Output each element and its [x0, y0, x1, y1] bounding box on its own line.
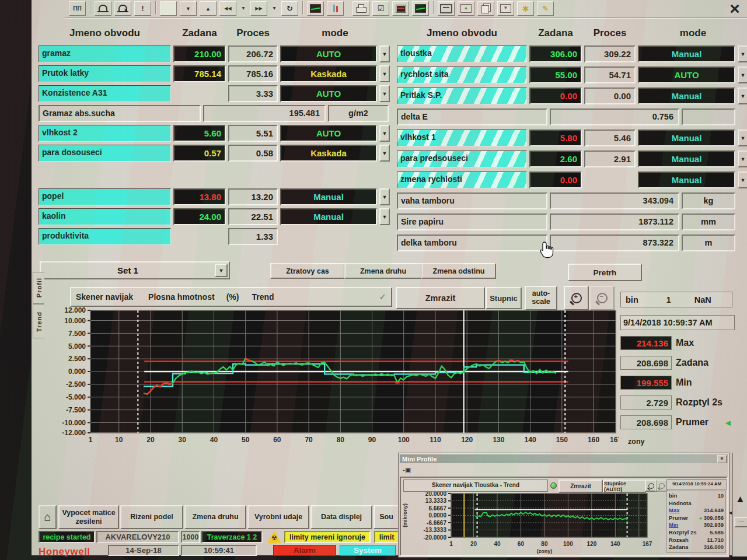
- mode-select[interactable]: AUTO: [638, 66, 735, 83]
- alarm-button[interactable]: Alarm: [273, 545, 336, 556]
- mode-select[interactable]: Manual: [280, 188, 377, 205]
- zmena-druhu-button[interactable]: Zmena druhu: [344, 263, 422, 279]
- setpoint-value[interactable]: 13.80: [173, 188, 226, 205]
- report-list-icon[interactable]: ☑: [372, 1, 389, 16]
- mini-stat-label[interactable]: Max: [669, 507, 679, 514]
- nav-button-vypocet-matice-zesileni[interactable]: Vypocet matice zesileni: [58, 505, 119, 529]
- table-row: rychlost sita55.0054.71AUTO: [397, 66, 747, 83]
- set-selector[interactable]: Set 1: [40, 261, 230, 279]
- mode-select[interactable]: Manual: [280, 208, 377, 225]
- chevron-down-icon[interactable]: [379, 85, 390, 102]
- mini-trend-chart[interactable]: 20.000013.33336.66670.0000-6.6667-13.333…: [401, 492, 665, 555]
- chevron-down-icon[interactable]: [379, 208, 390, 225]
- up-arrow-icon[interactable]: ▲: [735, 494, 745, 505]
- alarm-bell-icon[interactable]: [95, 1, 111, 16]
- mode-select[interactable]: Manual: [638, 150, 735, 167]
- nav-button-zmena-druhu[interactable]: Zmena druhu: [184, 505, 246, 529]
- mini-stat-label[interactable]: Min: [669, 522, 678, 529]
- chevron-down-icon[interactable]: [379, 188, 390, 205]
- chevron-down-icon[interactable]: [379, 65, 390, 82]
- mini-zoom-out-button[interactable]: [655, 480, 668, 492]
- chevron-down-icon[interactable]: [738, 172, 747, 188]
- mode-select[interactable]: Manual: [638, 130, 735, 146]
- mode-select[interactable]: AUTO: [280, 85, 377, 102]
- setpoint-value[interactable]: 210.00: [173, 46, 226, 62]
- forward-more-icon[interactable]: ▾: [270, 1, 278, 15]
- alarm-display-icon[interactable]: [392, 1, 409, 16]
- chevron-down-icon[interactable]: [738, 150, 747, 167]
- blank-page-icon[interactable]: [160, 1, 177, 16]
- tab-trend[interactable]: Trend: [33, 304, 44, 338]
- toolbar-close-icon[interactable]: ×: [725, 1, 745, 16]
- archive-icon[interactable]: [438, 1, 455, 16]
- print-icon[interactable]: [352, 1, 369, 16]
- copy-pages-icon[interactable]: [477, 1, 494, 16]
- setpoint-value[interactable]: 2.60: [529, 150, 582, 167]
- mini-profile-titlebar[interactable]: Mini Profile ×: [400, 454, 728, 463]
- strip-button[interactable]: ···: [734, 517, 747, 527]
- circuit-label: Konzistence A31: [39, 85, 171, 102]
- mini-freeze-button[interactable]: Zmrazit: [558, 480, 603, 493]
- trend-display-icon[interactable]: [412, 1, 429, 16]
- page-up-icon[interactable]: ▲: [200, 1, 217, 16]
- setpoint-value[interactable]: 785.14: [173, 65, 226, 82]
- alarm-ack-icon[interactable]: ×: [114, 1, 131, 16]
- setpoint-value[interactable]: 55.00: [529, 66, 582, 83]
- tab-profil[interactable]: Profil: [33, 272, 44, 304]
- home-button[interactable]: ⌂: [39, 505, 57, 529]
- nav-button-rizeni-podel[interactable]: Rizeni podel: [120, 505, 183, 529]
- pin-icon[interactable]: -▣: [403, 466, 411, 474]
- process-value: 22.51: [228, 208, 278, 225]
- refresh-icon[interactable]: ↻: [281, 1, 298, 16]
- chevron-down-icon[interactable]: [379, 145, 390, 162]
- setpoint-value[interactable]: 5.60: [173, 125, 226, 142]
- chevron-down-icon[interactable]: [379, 46, 390, 62]
- nav-button-data-displej[interactable]: Data displej: [310, 505, 372, 529]
- chevron-down-icon[interactable]: [379, 125, 390, 142]
- process-value: [584, 172, 636, 188]
- setpoint-value[interactable]: 24.00: [173, 208, 226, 225]
- nav-button-vyrobni-udaje[interactable]: Vyrobni udaje: [247, 505, 309, 529]
- ztratovy-cas-button[interactable]: Ztratovy cas: [270, 263, 345, 279]
- svg-text:30: 30: [179, 436, 187, 444]
- mode-select[interactable]: Manual: [638, 88, 735, 104]
- mode-select[interactable]: Manual: [638, 172, 735, 188]
- profile-columns-icon[interactable]: [327, 1, 344, 16]
- mode-select[interactable]: Kaskada: [280, 145, 377, 162]
- system-button[interactable]: System: [340, 545, 396, 556]
- scanner-frames-icon[interactable]: ΠΠ: [69, 1, 86, 16]
- pretrh-button[interactable]: Pretrh: [568, 264, 642, 281]
- trend-chart[interactable]: 12.00010.0007.5005.0002.5000.000-2.500-5…: [58, 306, 619, 449]
- setpoint-value[interactable]: 0.00: [529, 88, 582, 104]
- trend-chart-icon[interactable]: [307, 1, 324, 16]
- zmena-odstinu-button[interactable]: Zmena odstinu: [421, 263, 496, 279]
- process-value: 2.91: [584, 150, 636, 167]
- chevron-down-icon[interactable]: [738, 130, 747, 146]
- chevron-down-icon[interactable]: [738, 46, 747, 62]
- setpoint-value[interactable]: 5.80: [529, 130, 582, 146]
- setpoint-value[interactable]: 0.57: [173, 145, 226, 162]
- rewind-icon[interactable]: ◀◀: [219, 1, 236, 16]
- color-tools-icon[interactable]: ✱: [517, 1, 534, 16]
- chevron-down-icon[interactable]: [215, 264, 228, 277]
- mode-select[interactable]: Kaskada: [280, 65, 377, 82]
- download-machine-icon[interactable]: ▼: [497, 1, 514, 16]
- chevron-down-icon[interactable]: [738, 88, 747, 104]
- mini-scale-button[interactable]: Stupnice (AUTO): [603, 480, 646, 493]
- close-icon[interactable]: ×: [717, 455, 727, 463]
- forward-icon[interactable]: ▶▶: [250, 1, 267, 16]
- nav-button-sou[interactable]: Sou: [374, 505, 399, 529]
- mode-select[interactable]: AUTO: [280, 125, 377, 142]
- alarm-info-icon[interactable]: !: [134, 1, 151, 16]
- mode-select[interactable]: AUTO: [280, 46, 377, 62]
- mode-select[interactable]: Manual: [638, 46, 735, 62]
- setpoint-value[interactable]: 0.00: [529, 172, 582, 188]
- svg-text:120: 120: [587, 541, 597, 547]
- rewind-more-icon[interactable]: ▾: [239, 1, 247, 15]
- setpoint-value[interactable]: 306.00: [529, 46, 582, 62]
- page-down-icon[interactable]: ▼: [180, 1, 197, 16]
- chevron-down-icon[interactable]: [738, 66, 747, 83]
- upload-machine-icon[interactable]: ▲: [458, 1, 474, 16]
- edit-notes-icon[interactable]: ✎: [537, 1, 554, 16]
- mini-stat-label: Prumer: [669, 514, 688, 522]
